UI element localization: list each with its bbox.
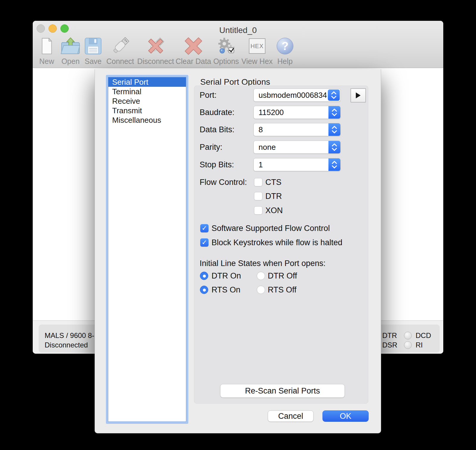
dcd-indicator-light — [404, 332, 412, 339]
stepper-icon[interactable] — [328, 89, 340, 101]
baudrate-value: 115200 — [259, 106, 327, 119]
toolbar-label: Options — [213, 57, 239, 66]
parity-value: none — [259, 141, 327, 153]
clear-data-button[interactable]: Clear Data — [176, 36, 211, 66]
dsr-indicator-label: DSR — [382, 340, 397, 350]
toolbar-label: Open — [60, 57, 82, 66]
category-item-receive[interactable]: Receive — [108, 96, 186, 106]
dtr-on-label: DTR On — [212, 272, 241, 280]
stepper-icon[interactable] — [328, 123, 340, 136]
connection-summary: MALS / 9600 8- — [45, 331, 94, 340]
cts-label: CTS — [265, 178, 281, 186]
stop-bits-dropdown[interactable]: 1 — [253, 158, 341, 171]
category-item-transmit[interactable]: Transmit — [108, 106, 186, 115]
usb-disconnect-icon — [137, 36, 174, 56]
view-hex-button[interactable]: HEX View Hex — [241, 36, 273, 66]
connection-state: Disconnected — [45, 340, 88, 350]
toolbar-label: Save — [84, 57, 102, 66]
open-folder-icon — [60, 36, 82, 56]
port-list-button[interactable] — [350, 88, 366, 103]
ok-button[interactable]: OK — [322, 410, 369, 422]
ri-indicator-label: RI — [416, 340, 423, 350]
software-flow-control-checkbox[interactable] — [200, 224, 209, 232]
new-document-icon — [38, 36, 55, 56]
help-question-icon: ? — [277, 36, 293, 56]
toolbar-label: Disconnect — [137, 57, 174, 66]
rts-off-label: RTS Off — [268, 286, 297, 294]
stop-bits-value: 1 — [259, 158, 327, 171]
software-flow-control-label: Software Supported Flow Control — [212, 224, 330, 232]
usb-connect-icon — [106, 36, 134, 56]
category-list: Serial Port Terminal Receive Transmit Mi… — [108, 77, 186, 422]
rts-on-label: RTS On — [212, 286, 240, 294]
serial-port-options-dialog: Serial Port Terminal Receive Transmit Mi… — [95, 69, 381, 433]
hex-badge-icon: HEX — [241, 36, 273, 56]
rts-off-radio[interactable] — [257, 286, 265, 294]
stepper-icon[interactable] — [328, 106, 340, 119]
flow-control-label: Flow Control: — [200, 178, 247, 186]
connect-button[interactable]: Connect — [106, 36, 134, 66]
clear-data-x-icon — [176, 36, 211, 56]
stop-bits-label: Stop Bits: — [200, 158, 234, 171]
dtr-on-radio[interactable] — [200, 272, 208, 280]
baudrate-label: Baudrate: — [200, 106, 234, 119]
toolbar-label: Help — [277, 57, 293, 66]
parity-label: Parity: — [200, 141, 223, 154]
category-item-miscellaneous[interactable]: Miscellaneous — [108, 115, 186, 125]
data-bits-value: 8 — [259, 123, 327, 136]
new-button[interactable]: New — [38, 36, 55, 66]
port-label: Port: — [200, 89, 217, 102]
toolbar-label: Connect — [106, 57, 134, 66]
dtr-indicator-label: DTR — [382, 331, 397, 340]
xon-label: XON — [265, 206, 283, 215]
window-title: Untitled_0 — [33, 26, 443, 35]
initial-line-states-label: Initial Line States when Port opens: — [200, 259, 325, 268]
disconnect-button[interactable]: Disconnect — [137, 36, 174, 66]
toolbar-label: New — [38, 57, 55, 66]
dtr-label: DTR — [265, 192, 282, 200]
desktop-background: Untitled_0 New — [0, 0, 476, 450]
port-dropdown[interactable]: usbmodem0006834... — [253, 89, 341, 102]
rescan-serial-ports-button[interactable]: Re-Scan Serial Ports — [220, 384, 345, 398]
toolbar-label: Clear Data — [176, 57, 211, 66]
ri-indicator-light — [404, 341, 412, 349]
baudrate-dropdown[interactable]: 115200 — [253, 106, 341, 119]
dtr-off-label: DTR Off — [268, 272, 297, 280]
category-item-serial-port[interactable]: Serial Port — [108, 77, 186, 87]
save-button[interactable]: Save — [84, 36, 102, 66]
dtr-off-radio[interactable] — [257, 272, 265, 280]
block-keystrokes-label: Block Keystrokes while flow is halted — [212, 238, 342, 247]
port-value: usbmodem0006834... — [259, 89, 327, 101]
dcd-indicator-label: DCD — [416, 331, 431, 340]
right-triangle-icon — [356, 92, 361, 98]
open-button[interactable]: Open — [60, 36, 82, 66]
dtr-checkbox[interactable] — [254, 192, 262, 200]
category-list-focus-ring: Serial Port Terminal Receive Transmit Mi… — [106, 75, 188, 424]
options-gears-icon — [213, 36, 239, 56]
data-bits-label: Data Bits: — [200, 123, 234, 136]
hex-badge-text: HEX — [250, 43, 264, 50]
stepper-icon[interactable] — [328, 141, 340, 153]
toolbar-label: View Hex — [241, 57, 273, 66]
xon-checkbox[interactable] — [254, 206, 262, 215]
stepper-icon[interactable] — [328, 158, 340, 171]
block-keystrokes-checkbox[interactable] — [200, 238, 209, 247]
window-header: Untitled_0 New — [33, 21, 443, 68]
options-button[interactable]: Options — [213, 36, 239, 66]
rts-on-radio[interactable] — [200, 286, 208, 294]
parity-dropdown[interactable]: none — [253, 141, 341, 154]
save-floppy-icon — [84, 36, 102, 56]
cancel-button[interactable]: Cancel — [268, 410, 314, 422]
data-bits-dropdown[interactable]: 8 — [253, 123, 341, 136]
category-item-terminal[interactable]: Terminal — [108, 87, 186, 96]
cts-checkbox[interactable] — [254, 178, 262, 186]
help-button[interactable]: ? Help — [277, 36, 293, 66]
